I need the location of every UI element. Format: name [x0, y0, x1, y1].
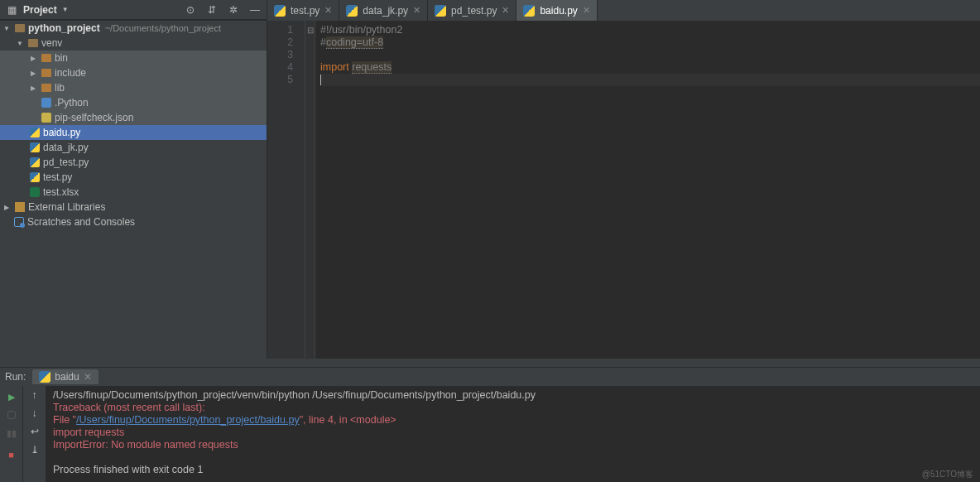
project-icon: ▦	[5, 3, 18, 17]
tab-label: data_jk.py	[363, 5, 408, 17]
editor-tabs: test.py✕ data_jk.py✕ pd_test.py✕ baidu.p…	[267, 0, 980, 21]
tree-lib[interactable]: ▶ lib	[0, 80, 267, 95]
expander-icon[interactable]: ▼	[15, 40, 25, 47]
xlsx-label: test.xlsx	[43, 186, 79, 198]
python-icon	[274, 5, 286, 17]
python-icon	[346, 5, 358, 17]
tree-include[interactable]: ▶ include	[0, 65, 267, 80]
tree-test[interactable]: test.py	[0, 170, 267, 185]
tree-venv[interactable]: ▼ venv	[0, 36, 267, 51]
tree-pipself[interactable]: pip-selfcheck.json	[0, 110, 267, 125]
console-line: Traceback (most recent call last):	[53, 402, 973, 414]
expander-icon[interactable]: ▶	[28, 55, 38, 62]
folder-icon	[28, 39, 38, 47]
tab-pd-test[interactable]: pd_test.py✕	[428, 0, 516, 21]
line-number: 2	[267, 36, 293, 49]
console-line: File "/Users/finup/Documents/python_proj…	[53, 414, 973, 427]
file-icon	[41, 98, 51, 108]
python-icon	[39, 371, 50, 383]
close-icon[interactable]: ✕	[84, 371, 92, 383]
python-file-icon	[30, 128, 40, 137]
collapse-icon[interactable]: ⇵	[205, 3, 219, 17]
run-console[interactable]: /Users/finup/Documents/python_project/ve…	[46, 386, 980, 482]
rerun-button[interactable]: ▶	[4, 389, 19, 404]
folder-icon	[41, 84, 51, 92]
run-actions: ▶ ▮▮ ■	[0, 386, 23, 482]
expander-icon[interactable]: ▶	[2, 204, 12, 211]
caret	[320, 75, 321, 85]
close-icon[interactable]: ✕	[413, 5, 420, 16]
code-module: requests	[352, 61, 392, 74]
code-comment-prefix: #	[320, 36, 326, 48]
code-shebang: #!/usr/bin/python2	[320, 24, 402, 36]
scratches-icon	[14, 217, 24, 227]
tb-file-post: ", line 4, in <module>	[300, 414, 396, 426]
tree-scratches[interactable]: Scratches and Consoles	[0, 214, 267, 229]
root-path: ~/Documents/python_project	[105, 23, 221, 33]
project-tool-title: Project	[23, 4, 57, 16]
python-file-icon	[30, 142, 40, 152]
wrap-icon[interactable]: ↩	[31, 426, 39, 437]
folder-icon	[15, 24, 25, 32]
expander-icon[interactable]: ▼	[2, 25, 12, 32]
tree-bin[interactable]: ▶ bin	[0, 51, 267, 65]
code-editor[interactable]: 1 2 3 4 5 ⊟ #!/usr/bin/python2 #coding=u…	[267, 21, 980, 359]
console-line: ImportError: No module named requests	[53, 439, 973, 451]
tree-pd-test[interactable]: pd_test.py	[0, 155, 267, 170]
expander-icon[interactable]: ▶	[28, 70, 38, 77]
python-file-icon	[30, 172, 40, 182]
console-line: /Users/finup/Documents/python_project/ve…	[53, 389, 973, 402]
fold-gutter[interactable]: ⊟	[305, 21, 315, 359]
folder-icon	[41, 69, 51, 77]
expander-icon[interactable]: ▶	[28, 84, 38, 92]
tab-label: pd_test.py	[451, 5, 497, 17]
close-button[interactable]: ■	[4, 447, 19, 462]
tree-dotpython[interactable]: .Python	[0, 95, 267, 110]
line-number: 5	[267, 74, 293, 86]
pdtest-label: pd_test.py	[43, 157, 89, 168]
gear-icon[interactable]: ✲	[227, 3, 240, 17]
tab-data-jk[interactable]: data_jk.py✕	[339, 0, 428, 21]
minimize-icon[interactable]: —	[248, 3, 262, 17]
code-kw-import: import	[320, 61, 349, 73]
locate-icon[interactable]: ⊙	[184, 3, 197, 17]
include-label: include	[55, 67, 86, 79]
folder-icon	[41, 54, 51, 62]
run-tab-label: baidu	[55, 371, 79, 383]
tree-data-jk[interactable]: data_jk.py	[0, 140, 267, 155]
console-line: import requests	[53, 427, 973, 439]
python-icon	[523, 5, 535, 17]
project-tool-header: ▦ Project ▼ ⊙ ⇵ ✲ —	[0, 0, 267, 20]
tab-label: baidu.py	[540, 5, 577, 17]
test-label: test.py	[43, 171, 72, 183]
fold-icon[interactable]: ⊟	[305, 24, 315, 36]
close-icon[interactable]: ✕	[324, 5, 332, 16]
close-icon[interactable]: ✕	[583, 5, 590, 16]
tree-baidu[interactable]: baidu.py	[0, 125, 267, 140]
up-icon[interactable]: ↑	[32, 389, 37, 401]
file-icon	[41, 113, 51, 123]
run-tab[interactable]: baidu ✕	[32, 369, 98, 384]
stop-button[interactable]	[7, 411, 16, 419]
close-icon[interactable]: ✕	[502, 5, 509, 16]
project-tree[interactable]: ▼ python_project~/Documents/python_proje…	[0, 21, 267, 359]
line-number: 4	[267, 61, 293, 74]
tree-external-libs[interactable]: ▶ External Libraries	[0, 200, 267, 214]
tree-root[interactable]: ▼ python_project~/Documents/python_proje…	[0, 21, 267, 36]
dotpython-label: .Python	[55, 97, 89, 108]
chevron-down-icon[interactable]: ▼	[62, 6, 69, 13]
tab-baidu[interactable]: baidu.py✕	[516, 0, 597, 21]
tree-xlsx[interactable]: test.xlsx	[0, 185, 267, 200]
pause-button[interactable]: ▮▮	[4, 426, 19, 441]
tab-test[interactable]: test.py✕	[267, 0, 339, 21]
code-area[interactable]: #!/usr/bin/python2 #coding=utf-8 import …	[315, 21, 980, 359]
excel-file-icon	[30, 187, 40, 197]
splitter[interactable]	[0, 359, 980, 367]
scroll-end-icon[interactable]: ⤓	[31, 444, 39, 455]
watermark: @51CTO博客	[922, 469, 973, 480]
tab-label: test.py	[291, 5, 319, 17]
down-icon[interactable]: ↓	[32, 407, 37, 419]
traceback-link[interactable]: /Users/finup/Documents/python_project/ba…	[76, 414, 300, 426]
pipself-label: pip-selfcheck.json	[55, 112, 133, 123]
code-coding: coding=utf-8	[326, 36, 383, 49]
